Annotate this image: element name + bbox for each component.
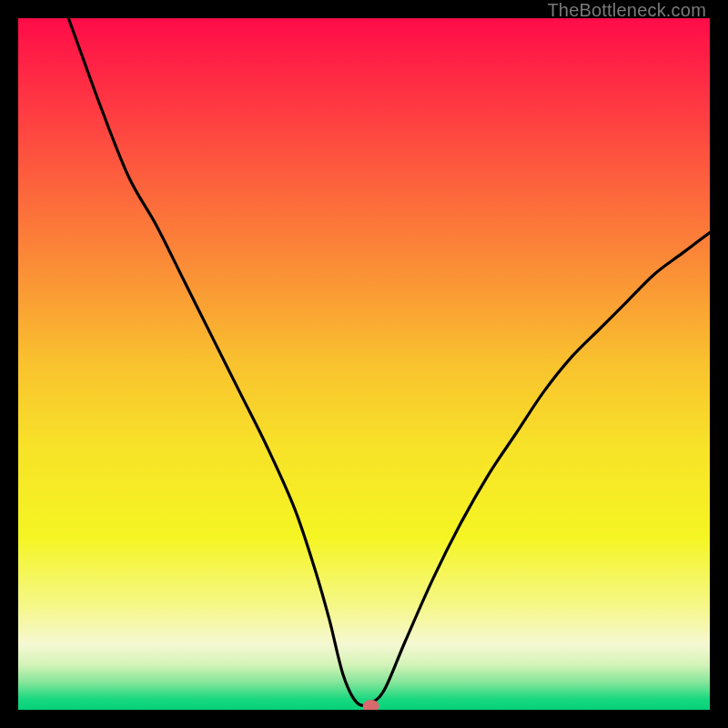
chart-background — [18, 18, 710, 710]
bottleneck-chart — [18, 18, 710, 710]
watermark-text: TheBottleneck.com — [547, 0, 706, 21]
